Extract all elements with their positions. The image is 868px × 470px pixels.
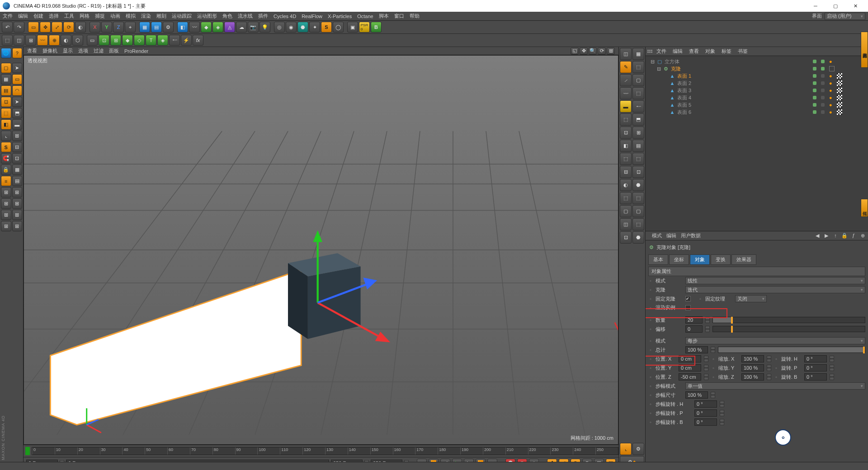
menu-5[interactable]: 网格 bbox=[80, 13, 90, 19]
viewport-3d[interactable]: 透视视图 网格间距 : 1000 cm bbox=[24, 55, 618, 445]
mograph-cloner-button[interactable]: ⊡ bbox=[99, 35, 109, 46]
rtool-13[interactable]: ⊡ bbox=[620, 127, 632, 139]
tool2-1[interactable]: ⬚ bbox=[2, 35, 13, 46]
rotate-tool[interactable]: ⟳ bbox=[63, 22, 74, 33]
mograph-effector-button[interactable]: ⚡ bbox=[181, 35, 192, 46]
vpmenu-5[interactable]: 面板 bbox=[109, 47, 119, 54]
tool2-3[interactable]: ⊞ bbox=[25, 35, 36, 46]
menu-19[interactable]: Octane bbox=[357, 14, 373, 19]
prop-posz-field[interactable] bbox=[679, 373, 701, 381]
viewport-nav4-icon[interactable]: ⟳ bbox=[598, 47, 606, 55]
tool2-5[interactable]: ⊕ bbox=[49, 35, 60, 46]
tree-row[interactable]: ▲ 表面 4 ● bbox=[646, 94, 867, 101]
vpmenu-3[interactable]: 选项 bbox=[78, 47, 88, 54]
object-mode-button[interactable]: ▢ bbox=[1, 63, 11, 73]
menu-9[interactable]: 渲染 bbox=[141, 13, 151, 19]
tree-row[interactable]: ▲ 表面 3 ● bbox=[646, 87, 867, 94]
rtool-8[interactable]: ⬚ bbox=[632, 87, 644, 99]
poly-icon[interactable]: ▬ bbox=[12, 119, 23, 130]
rtool-7[interactable]: 〰 bbox=[620, 87, 632, 99]
prop-instance-check[interactable] bbox=[685, 305, 691, 310]
substance-button[interactable]: S bbox=[321, 22, 332, 33]
rtool-14[interactable]: ⊞ bbox=[632, 127, 644, 139]
undo-button[interactable]: ↶ bbox=[2, 22, 13, 33]
s-button[interactable]: S bbox=[1, 142, 11, 152]
help-mode-button[interactable]: ? bbox=[12, 48, 23, 58]
tree-row[interactable]: ⊟ ▢ 立方体 ● bbox=[646, 58, 867, 65]
add-camera-button[interactable]: 📷 bbox=[248, 22, 259, 33]
menu-8[interactable]: 模拟 bbox=[126, 13, 136, 19]
rtool-26[interactable]: ▢ bbox=[632, 205, 644, 217]
grid2-icon[interactable]: ⊟ bbox=[12, 142, 23, 152]
add-deformer-button[interactable]: ◬ bbox=[224, 22, 235, 33]
menu-11[interactable]: 运动跟踪 bbox=[172, 13, 192, 19]
close-button[interactable]: ✕ bbox=[845, 0, 865, 12]
scale-tool[interactable]: ⤢ bbox=[52, 22, 62, 33]
viewport-nav3-icon[interactable]: 🔍 bbox=[589, 47, 597, 55]
rtool-axis[interactable]: ⌞ bbox=[620, 443, 632, 455]
add-generator-button[interactable]: ◈ bbox=[212, 22, 223, 33]
menu-10[interactable]: 雕刻 bbox=[156, 13, 166, 19]
move-tool[interactable]: ✥ bbox=[40, 22, 51, 33]
rtool-22[interactable]: ⬣ bbox=[632, 179, 644, 191]
attr-tab-4[interactable]: 效果器 bbox=[731, 254, 756, 265]
rtool-27[interactable]: ◫ bbox=[620, 218, 632, 230]
grid3-icon[interactable]: ⊡ bbox=[12, 153, 23, 164]
attr-tab-0[interactable]: 基本 bbox=[648, 254, 668, 265]
add-nurbs-button[interactable]: ◆ bbox=[201, 22, 212, 33]
menu-13[interactable]: 角色 bbox=[222, 13, 232, 19]
mograph-fracture-button[interactable]: ◆ bbox=[122, 35, 133, 46]
grid5-icon[interactable]: ▤ bbox=[12, 176, 23, 186]
vpmenu-6[interactable]: ProRender bbox=[124, 48, 148, 54]
attr-nav-up-icon[interactable]: ↑ bbox=[832, 233, 839, 239]
point-mode-button[interactable]: ⊡ bbox=[1, 97, 11, 107]
rtool-15[interactable]: ◧ bbox=[620, 140, 632, 152]
prop-rotp-field[interactable] bbox=[804, 364, 827, 371]
layer-button[interactable]: ≡ bbox=[1, 176, 11, 186]
tree-row[interactable]: ▲ 表面 2 ● bbox=[646, 80, 867, 87]
grid1-icon[interactable]: ⊞ bbox=[12, 131, 23, 141]
menu-18[interactable]: X-Particles bbox=[328, 14, 352, 19]
arrow2-icon[interactable]: ➤ bbox=[12, 97, 23, 107]
tool2-2[interactable]: ◫ bbox=[14, 35, 24, 46]
prop-fixclone-check[interactable] bbox=[685, 296, 691, 301]
grid8-icon[interactable]: ⊞ bbox=[1, 198, 11, 209]
cursor-icon[interactable]: ➤ bbox=[12, 63, 23, 73]
attr-nav-fwd-icon[interactable]: ▶ bbox=[823, 233, 830, 239]
tree-row[interactable]: ▲ 表面 5 ● bbox=[646, 101, 867, 108]
timeline-ruler[interactable]: 0102030405060708090100110120130140150160… bbox=[24, 445, 618, 457]
rtool-11[interactable]: ⬚ bbox=[620, 113, 632, 126]
rtool-5[interactable]: ⟋ bbox=[620, 74, 632, 86]
rtool-10[interactable]: ⬳ bbox=[632, 100, 644, 113]
viewport-nav1-icon[interactable]: ◱ bbox=[571, 47, 579, 55]
side-tab-content-browser[interactable]: 内容浏览器 bbox=[861, 32, 868, 68]
tree-row[interactable]: ⊟ ⚙ 克隆 bbox=[646, 65, 867, 72]
tree-row[interactable]: ▲ 表面 6 ● bbox=[646, 108, 867, 116]
menu-4[interactable]: 工具 bbox=[64, 13, 74, 19]
objpanel-tab-0[interactable]: 文件 bbox=[654, 47, 669, 56]
prop-fixtex-dropdown[interactable]: 关闭 bbox=[735, 295, 767, 302]
menu-14[interactable]: 流水线 bbox=[238, 13, 253, 19]
rtool-28[interactable]: ⬚ bbox=[632, 218, 644, 230]
prop-scalez-field[interactable] bbox=[741, 373, 764, 381]
workplane-button[interactable]: ▤ bbox=[1, 85, 11, 96]
grid10-icon[interactable]: ⊞ bbox=[1, 210, 11, 220]
minimize-button[interactable]: ─ bbox=[806, 0, 826, 12]
rtool-12[interactable]: ⬒ bbox=[632, 113, 644, 126]
maximize-button[interactable]: ▢ bbox=[826, 0, 845, 12]
rtool-gear[interactable]: ⚙ bbox=[632, 443, 644, 455]
tool2-fx[interactable]: fx bbox=[193, 35, 203, 46]
rtool-24[interactable]: ⬚ bbox=[632, 192, 644, 204]
render-region-button[interactable]: ▤ bbox=[151, 22, 162, 33]
menu-17[interactable]: RealFlow bbox=[302, 14, 322, 19]
mograph-tracer-button[interactable]: ◈ bbox=[157, 35, 168, 46]
redo-button[interactable]: ↷ bbox=[14, 22, 24, 33]
mograph-instance-button[interactable]: ◇ bbox=[134, 35, 145, 46]
prop-offset-field[interactable] bbox=[685, 325, 703, 333]
prop-roth-field[interactable] bbox=[804, 355, 827, 362]
grid9-icon[interactable]: ⊞ bbox=[12, 198, 23, 209]
realflow-button[interactable]: ⬣ bbox=[297, 22, 308, 33]
menu-1[interactable]: 编辑 bbox=[18, 13, 28, 19]
rtool-21[interactable]: ◐ bbox=[620, 179, 632, 191]
prop-steprotb-field[interactable] bbox=[694, 418, 717, 426]
